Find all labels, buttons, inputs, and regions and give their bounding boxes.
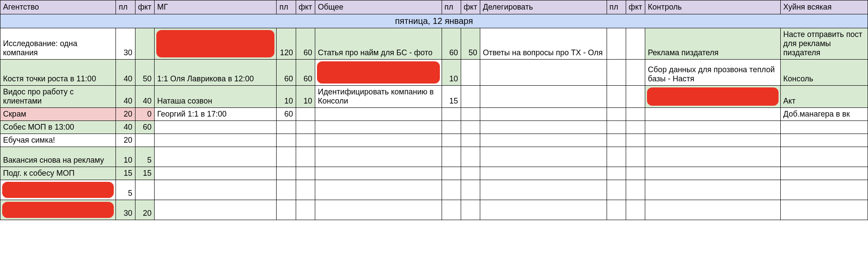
cell-misc[interactable] (780, 200, 868, 220)
cell-agency[interactable]: Вакансия снова на рекламу (0, 147, 116, 167)
cell-mg[interactable] (154, 28, 277, 60)
cell-agency[interactable] (0, 180, 116, 200)
cell-del-pl[interactable] (607, 121, 626, 134)
cell-agency[interactable]: Видос про работу с клиентами (0, 86, 116, 108)
cell-delegate[interactable] (480, 200, 607, 220)
cell-general[interactable] (315, 134, 442, 147)
cell-general[interactable] (315, 167, 442, 180)
cell-gen-pl[interactable]: 15 (442, 86, 461, 108)
cell-agency[interactable]: Костя точки роста в 11:00 (0, 60, 116, 86)
cell-gen-fkt[interactable] (461, 134, 480, 147)
cell-gen-pl[interactable] (442, 180, 461, 200)
cell-delegate[interactable] (480, 147, 607, 167)
cell-agency[interactable]: Исследование: одна компания (0, 28, 116, 60)
cell-misc[interactable] (780, 180, 868, 200)
cell-delegate[interactable] (480, 121, 607, 134)
cell-del-pl[interactable] (607, 200, 626, 220)
cell-agency-fkt[interactable]: 20 (135, 200, 154, 220)
cell-mg-pl[interactable] (277, 180, 296, 200)
cell-mg-pl[interactable]: 60 (277, 108, 296, 121)
cell-mg-fkt[interactable] (296, 121, 315, 134)
cell-control[interactable] (645, 86, 781, 108)
cell-agency-pl[interactable]: 15 (116, 167, 135, 180)
cell-control[interactable] (645, 147, 781, 167)
cell-gen-fkt[interactable] (461, 180, 480, 200)
cell-del-pl[interactable] (607, 134, 626, 147)
cell-del-pl[interactable] (607, 167, 626, 180)
cell-gen-pl[interactable] (442, 167, 461, 180)
cell-del-pl[interactable] (607, 108, 626, 121)
cell-mg[interactable] (154, 200, 277, 220)
cell-mg-fkt[interactable] (296, 180, 315, 200)
cell-general[interactable]: Статья про найм для БС - фото (315, 28, 442, 60)
cell-delegate[interactable] (480, 60, 607, 86)
cell-control[interactable] (645, 167, 781, 180)
cell-gen-pl[interactable] (442, 134, 461, 147)
planning-table[interactable]: Агентство пл фкт МГ пл фкт Общее пл фкт … (0, 0, 868, 220)
cell-agency-pl[interactable]: 30 (116, 28, 135, 60)
cell-delegate[interactable]: Ответы на вопросы про ТХ - Оля (480, 28, 607, 60)
cell-misc[interactable] (780, 147, 868, 167)
cell-mg[interactable] (154, 147, 277, 167)
cell-agency[interactable]: Ебучая симка! (0, 134, 116, 147)
cell-agency-fkt[interactable]: 60 (135, 121, 154, 134)
cell-mg[interactable] (154, 134, 277, 147)
cell-del-fkt[interactable] (626, 28, 645, 60)
cell-control[interactable]: Сбор данных для прозвона теплой базы - Н… (645, 60, 781, 86)
cell-control[interactable]: Реклама пиздателя (645, 28, 781, 60)
cell-agency[interactable]: Собес МОП в 13:00 (0, 121, 116, 134)
cell-mg-pl[interactable] (277, 200, 296, 220)
cell-agency-pl[interactable]: 30 (116, 200, 135, 220)
cell-del-pl[interactable] (607, 147, 626, 167)
cell-misc[interactable]: Насте отправить пост для рекламы пиздате… (780, 28, 868, 60)
cell-general[interactable] (315, 180, 442, 200)
cell-agency-pl[interactable]: 40 (116, 60, 135, 86)
cell-mg-fkt[interactable] (296, 134, 315, 147)
cell-del-fkt[interactable] (626, 167, 645, 180)
cell-mg[interactable]: Георгий 1:1 в 17:00 (154, 108, 277, 121)
cell-del-fkt[interactable] (626, 86, 645, 108)
cell-gen-fkt[interactable] (461, 121, 480, 134)
cell-mg[interactable] (154, 121, 277, 134)
cell-misc[interactable] (780, 167, 868, 180)
cell-delegate[interactable] (480, 180, 607, 200)
cell-agency-fkt[interactable]: 5 (135, 147, 154, 167)
cell-agency-pl[interactable]: 10 (116, 147, 135, 167)
cell-del-fkt[interactable] (626, 108, 645, 121)
cell-agency-fkt[interactable] (135, 180, 154, 200)
cell-mg-pl[interactable]: 120 (277, 28, 296, 60)
cell-mg-fkt[interactable] (296, 200, 315, 220)
cell-misc[interactable]: Доб.манагера в вк (780, 108, 868, 121)
cell-agency-fkt[interactable]: 15 (135, 167, 154, 180)
cell-gen-pl[interactable] (442, 121, 461, 134)
cell-agency-fkt[interactable]: 0 (135, 108, 154, 121)
cell-del-fkt[interactable] (626, 200, 645, 220)
cell-delegate[interactable] (480, 134, 607, 147)
cell-mg-fkt[interactable] (296, 167, 315, 180)
cell-misc[interactable] (780, 121, 868, 134)
cell-misc[interactable]: Консоль (780, 60, 868, 86)
cell-agency-pl[interactable]: 40 (116, 121, 135, 134)
cell-delegate[interactable] (480, 167, 607, 180)
cell-del-fkt[interactable] (626, 134, 645, 147)
cell-mg[interactable] (154, 180, 277, 200)
cell-gen-fkt[interactable] (461, 200, 480, 220)
cell-del-fkt[interactable] (626, 180, 645, 200)
cell-control[interactable] (645, 134, 781, 147)
cell-mg[interactable] (154, 167, 277, 180)
cell-gen-fkt[interactable] (461, 86, 480, 108)
cell-mg-pl[interactable] (277, 121, 296, 134)
cell-agency[interactable]: Скрам (0, 108, 116, 121)
cell-agency-fkt[interactable] (135, 28, 154, 60)
cell-mg[interactable]: 1:1 Оля Лаврикова в 12:00 (154, 60, 277, 86)
cell-mg-pl[interactable]: 60 (277, 60, 296, 86)
cell-gen-pl[interactable]: 60 (442, 28, 461, 60)
cell-agency[interactable] (0, 200, 116, 220)
cell-misc[interactable] (780, 134, 868, 147)
cell-mg[interactable]: Наташа созвон (154, 86, 277, 108)
cell-del-pl[interactable] (607, 180, 626, 200)
cell-del-pl[interactable] (607, 86, 626, 108)
cell-mg-pl[interactable] (277, 134, 296, 147)
cell-general[interactable] (315, 200, 442, 220)
cell-gen-fkt[interactable] (461, 167, 480, 180)
